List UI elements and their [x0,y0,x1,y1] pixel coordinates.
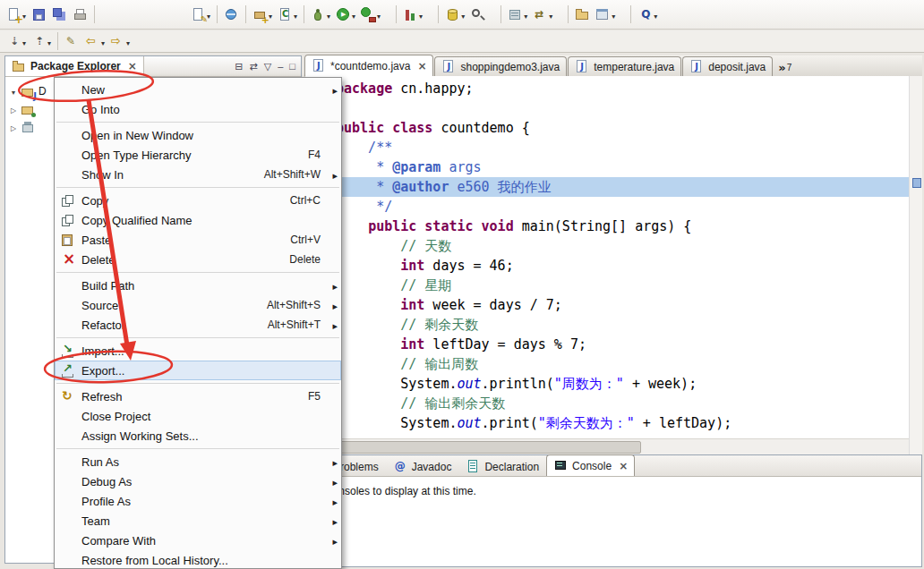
dropdown-caret-icon[interactable] [21,33,26,49]
context-menu-item-go-into[interactable]: Go Into [55,99,341,119]
save-all-button[interactable] [49,4,70,25]
profile-icon [637,7,653,22]
new-package-button[interactable] [250,4,275,25]
context-menu-item-run-as[interactable]: Run As [55,452,341,471]
last-edit-button[interactable] [62,30,82,52]
profile-button[interactable] [635,4,660,25]
collapsed-twistie-icon[interactable] [9,103,18,115]
save-button[interactable] [29,4,49,25]
synchronize-button[interactable] [530,4,555,25]
context-menu-item-refresh[interactable]: RefreshF5 [55,386,341,406]
import-icon [60,344,76,358]
link-with-editor-button[interactable]: ⇄ [250,58,258,74]
context-menu-item-copy[interactable]: CopyCtrl+C [55,191,341,210]
print-button[interactable] [70,4,90,25]
code-line: public static void main(String[] args) { [336,217,909,236]
context-menu-item-restore-from-local-history[interactable]: Restore from Local History... [55,550,341,569]
dropdown-caret-icon[interactable] [376,6,381,22]
dropdown-caret-icon[interactable] [611,6,615,22]
dropdown-caret-icon[interactable] [125,33,130,49]
horizontal-scrollbar[interactable] [305,438,909,454]
previous-annotation-button[interactable] [29,30,54,52]
dropdown-caret-icon[interactable] [418,6,423,22]
external-tools-button[interactable] [358,4,383,25]
dropdown-caret-icon[interactable] [47,33,51,49]
code-line: * @param args [336,157,909,177]
back-button[interactable] [82,30,107,52]
view-menu-button[interactable]: ▽ [264,58,271,74]
debug-button[interactable] [308,4,333,25]
context-menu-item-open-type-hierarchy[interactable]: Open Type HierarchyF4 [55,145,341,165]
submenu-arrow-icon [326,299,338,312]
dropdown-caret-icon[interactable] [523,6,527,22]
editor-tab-shoppingdemo3-java[interactable]: shoppingdemo3.java [434,56,567,76]
horizontal-scrollbar-thumb[interactable] [307,441,641,454]
overview-ruler[interactable] [909,76,922,454]
dropdown-caret-icon[interactable] [100,33,105,49]
context-menu-item-team[interactable]: Team [55,511,341,531]
view-tab-declaration[interactable]: Declaration [458,456,546,476]
menu-icon-slot [60,128,76,142]
open-perspective-button[interactable] [593,4,618,25]
web-browser-button[interactable] [221,4,242,25]
context-menu-item-close-project[interactable]: Close Project [55,406,341,426]
editor-tab-temperature-java[interactable]: temperature.java [568,56,681,76]
context-menu-item-build-path[interactable]: Build Path [55,276,341,295]
menu-item-label: Profile As [81,495,131,508]
coverage-button[interactable] [400,4,425,25]
expanded-twistie-icon[interactable] [9,85,18,98]
package-explorer-tab[interactable]: Package Explorer [5,56,144,76]
menu-item-label: Assign Working Sets... [81,429,199,443]
menu-icon-slot [60,533,76,548]
java-editor[interactable]: package cn.happy;public class countdemo … [304,76,922,454]
forward-button[interactable] [107,30,133,52]
context-menu-item-compare-with[interactable]: Compare With [55,531,341,550]
database-button[interactable] [442,4,467,25]
collapse-all-button[interactable]: ⊟ [235,58,243,74]
dropdown-caret-icon[interactable] [293,6,297,22]
new-class-button[interactable] [275,4,300,25]
context-menu-item-export[interactable]: Export... [55,361,341,380]
editor-tab-deposit-java[interactable]: deposit.java [682,56,773,76]
editor-tab-overflow-button[interactable]: 7 [778,62,791,73]
next-annotation-button[interactable] [4,30,29,52]
minimize-button[interactable]: – [278,58,283,74]
context-menu-item-import[interactable]: Import... [55,341,341,361]
context-menu-item-debug-as[interactable]: Debug As [55,471,341,491]
run-button[interactable] [333,4,358,25]
context-menu-item-copy-qualified-name[interactable]: Copy Qualified Name [55,210,341,230]
context-menu-item-refactor[interactable]: RefactorAlt+Shift+T [55,315,341,335]
dropdown-caret-icon[interactable] [548,6,552,22]
new-server-button[interactable] [505,4,530,25]
dropdown-caret-icon[interactable] [326,6,330,22]
menu-item-shortcut: Alt+Shift+W [264,168,326,181]
editor-tab-countdemo-java[interactable]: *countdemo.java [304,55,433,76]
close-view-tab-icon[interactable] [619,460,628,472]
context-menu-item-delete[interactable]: DeleteDelete [55,250,341,269]
context-menu-item-assign-working-sets[interactable]: Assign Working Sets... [55,426,341,446]
menu-item-label: Copy [81,194,108,208]
view-tab-javadoc[interactable]: Javadoc [386,456,459,476]
toolbar-separator [438,5,439,23]
new-wizard-button[interactable] [4,4,29,25]
close-editor-tab-icon[interactable] [417,60,426,72]
context-menu-item-source[interactable]: SourceAlt+Shift+S [55,295,341,315]
dropdown-caret-icon[interactable] [653,6,657,22]
java-file-icon [689,59,705,74]
synchronize-icon [533,7,548,22]
close-view-icon[interactable] [128,60,137,72]
collapsed-twistie-icon[interactable] [9,121,18,133]
context-menu-item-new[interactable]: New [55,80,341,99]
maximize-button[interactable]: □ [289,58,295,74]
context-menu-item-profile-as[interactable]: Profile As [55,491,341,511]
view-tab-console[interactable]: Console [546,454,635,476]
open-type-button[interactable] [572,4,593,25]
new-web-wizard-button[interactable] [188,4,213,25]
dropdown-caret-icon[interactable] [351,6,355,22]
dropdown-caret-icon[interactable] [460,6,465,22]
menu-separator [56,272,339,273]
context-menu-item-open-in-new-window[interactable]: Open in New Window [55,125,341,145]
context-menu-item-show-in[interactable]: Show InAlt+Shift+W [55,165,341,184]
context-menu-item-paste[interactable]: PasteCtrl+V [55,230,341,250]
search-button[interactable] [467,4,488,25]
